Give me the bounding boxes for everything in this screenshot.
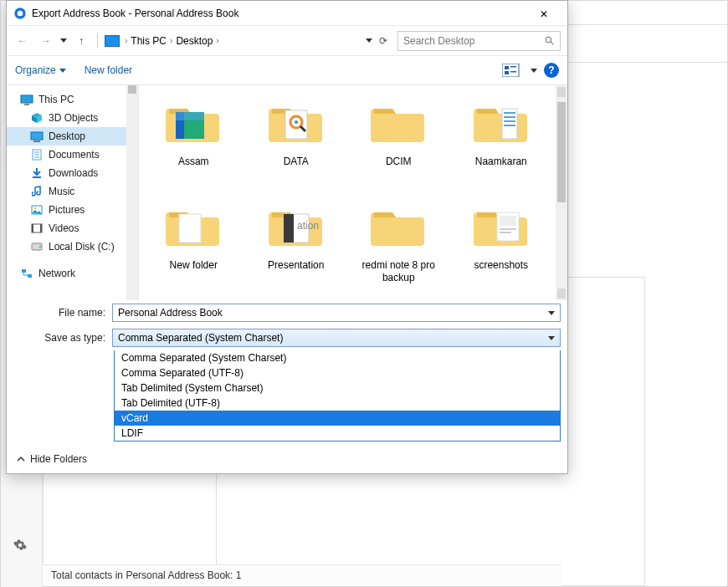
window-title: Export Address Book - Personal Address B… xyxy=(32,8,527,19)
filename-label: File name: xyxy=(13,307,105,319)
file-item[interactable]: redmi note 8 pro backup xyxy=(347,194,450,293)
network-icon xyxy=(20,268,33,279)
scrollbar[interactable] xyxy=(556,85,567,300)
hide-folders-label: Hide Folders xyxy=(30,453,87,465)
tree-item-desktop[interactable]: Desktop xyxy=(7,127,138,145)
saveastype-option[interactable]: vCard xyxy=(115,411,560,426)
file-item[interactable]: Assam xyxy=(142,90,245,189)
hide-folders-button[interactable]: Hide Folders xyxy=(17,448,577,473)
svg-point-22 xyxy=(34,207,37,210)
saveastype-option[interactable]: LDIF xyxy=(115,426,560,441)
saveastype-option[interactable]: Comma Separated (UTF-8) xyxy=(115,365,560,380)
settings-icon[interactable] xyxy=(13,539,27,554)
tree-item-pictures[interactable]: Pictures xyxy=(7,201,138,219)
svg-rect-50 xyxy=(500,232,511,233)
tree-label: Videos xyxy=(49,222,79,234)
svg-rect-20 xyxy=(33,176,41,178)
back-button[interactable]: ← xyxy=(13,32,32,50)
file-item[interactable]: ation Presentation xyxy=(245,194,348,293)
chevron-right-icon: › xyxy=(125,36,127,45)
scroll-arrow-down-icon xyxy=(557,288,566,299)
tree-label: Pictures xyxy=(49,204,85,216)
svg-rect-34 xyxy=(285,110,307,139)
file-label: screenshots xyxy=(474,259,528,272)
chevron-up-icon xyxy=(17,455,25,463)
status-text: Total contacts in Personal Address Book:… xyxy=(51,569,241,581)
file-item[interactable]: New folder xyxy=(142,194,245,293)
filename-row: File name: Personal Address Book xyxy=(7,300,567,325)
chevron-down-icon[interactable] xyxy=(366,38,372,43)
chevron-right-icon: › xyxy=(216,36,218,45)
saveastype-option[interactable]: Comma Separated (System Charset) xyxy=(115,350,560,365)
tree-item-documents[interactable]: Documents xyxy=(7,145,138,164)
forward-button[interactable]: → xyxy=(37,32,55,50)
breadcrumb[interactable]: › This PC › Desktop › xyxy=(105,35,361,47)
svg-rect-5 xyxy=(505,66,509,69)
organize-label: Organize xyxy=(15,64,56,76)
saveastype-combobox[interactable]: Comma Separated (System Charset) xyxy=(112,329,561,347)
music-icon xyxy=(30,186,44,197)
refresh-button[interactable]: ⟳ xyxy=(379,35,387,47)
breadcrumb-segment[interactable]: Desktop xyxy=(176,35,213,47)
download-icon xyxy=(30,167,44,179)
chevron-down-icon xyxy=(548,336,555,340)
up-button[interactable]: ↑ xyxy=(72,32,90,50)
help-label: ? xyxy=(548,64,554,76)
tree-item-this-pc[interactable]: This PC xyxy=(7,90,138,109)
chevron-right-icon: › xyxy=(170,36,172,45)
tree-item-3d-objects[interactable]: 3D Objects xyxy=(7,109,138,127)
tree-label: Documents xyxy=(49,149,100,161)
file-item[interactable]: DATA xyxy=(245,90,348,189)
scrollbar[interactable] xyxy=(126,85,138,300)
tree-item-network[interactable]: Network xyxy=(7,264,138,283)
tree-item-videos[interactable]: Videos xyxy=(7,219,138,237)
svg-rect-48 xyxy=(500,216,516,226)
new-folder-button[interactable]: New folder xyxy=(85,64,132,76)
help-button[interactable]: ? xyxy=(544,63,559,78)
saveastype-option[interactable]: Tab Delimited (System Charset) xyxy=(115,380,560,396)
organize-button[interactable]: Organize xyxy=(15,64,66,76)
chevron-down-icon[interactable] xyxy=(531,69,537,73)
tree-label: Downloads xyxy=(49,167,98,179)
folder-icon xyxy=(365,90,432,152)
svg-point-1 xyxy=(18,10,23,16)
status-bar: Total contacts in Personal Address Book:… xyxy=(43,564,561,586)
filename-input[interactable]: Personal Address Book xyxy=(112,304,561,322)
pictures-icon xyxy=(30,204,44,216)
new-folder-label: New folder xyxy=(85,64,132,76)
tree-label: This PC xyxy=(38,94,74,105)
folder-icon xyxy=(263,90,330,152)
recent-locations-icon[interactable] xyxy=(60,38,67,43)
scroll-arrow-up-icon xyxy=(128,85,136,94)
cube-icon xyxy=(30,112,44,124)
filename-value: Personal Address Book xyxy=(118,307,223,319)
export-dialog: Export Address Book - Personal Address B… xyxy=(6,0,568,474)
scroll-thumb[interactable] xyxy=(557,102,566,202)
search-input[interactable]: Search Desktop xyxy=(397,31,561,51)
nav-tree: This PC 3D Objects Desktop Documents Dow… xyxy=(7,85,139,300)
file-item[interactable]: DCIM xyxy=(347,90,450,189)
tree-item-local-disk[interactable]: Local Disk (C:) xyxy=(7,237,138,256)
tree-label: Network xyxy=(38,268,75,279)
svg-rect-14 xyxy=(31,132,43,140)
tree-item-downloads[interactable]: Downloads xyxy=(7,164,138,182)
pc-icon xyxy=(105,35,120,47)
svg-rect-33 xyxy=(176,112,204,120)
tree-item-music[interactable]: Music xyxy=(7,182,138,201)
chevron-down-icon[interactable] xyxy=(548,311,555,315)
breadcrumb-root[interactable]: This PC xyxy=(131,35,167,47)
file-item[interactable]: screenshots xyxy=(450,194,553,293)
close-button[interactable]: ✕ xyxy=(527,7,561,20)
svg-rect-7 xyxy=(505,71,509,74)
desktop-icon xyxy=(30,130,44,142)
forward-icon: → xyxy=(41,35,51,47)
disk-icon xyxy=(30,241,44,253)
saveastype-option[interactable]: Tab Delimited (UTF-8) xyxy=(115,396,560,411)
tree-label: Music xyxy=(49,186,74,197)
file-item[interactable]: Naamkaran xyxy=(450,90,553,189)
view-options-button[interactable] xyxy=(502,64,524,77)
dialog-body: This PC 3D Objects Desktop Documents Dow… xyxy=(7,84,567,300)
saveastype-row: Save as type: Comma Separated (System Ch… xyxy=(7,325,567,350)
svg-point-2 xyxy=(546,37,551,43)
svg-rect-15 xyxy=(33,140,40,142)
